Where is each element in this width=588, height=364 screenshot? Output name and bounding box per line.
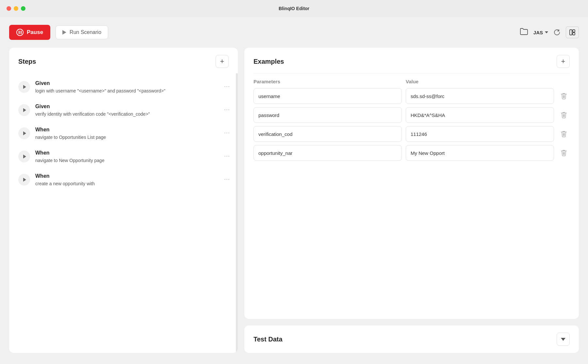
pause-bars-icon — [19, 31, 22, 34]
test-data-expand-button[interactable] — [557, 333, 570, 346]
pause-button[interactable]: Pause — [9, 25, 50, 40]
pause-icon — [16, 29, 24, 36]
toolbar-right: JAS — [520, 26, 579, 38]
examples-content: Parameters Value — [244, 74, 579, 171]
param-input-verification[interactable] — [253, 126, 402, 142]
user-selector[interactable]: JAS — [533, 30, 548, 35]
main-container: Pause Run Scenario JAS — [0, 17, 588, 364]
examples-header-row: Parameters Value — [253, 79, 570, 88]
list-item — [253, 107, 570, 123]
step-menu-button[interactable]: ··· — [223, 151, 231, 161]
step-expand-button[interactable] — [18, 151, 30, 162]
delete-row-button[interactable] — [558, 90, 570, 102]
close-button[interactable] — [7, 6, 11, 11]
step-menu-button[interactable]: ··· — [223, 105, 231, 114]
steps-panel-header: Steps + — [9, 48, 238, 73]
step-description: create a new opportunity with — [35, 180, 218, 187]
step-expand-button[interactable] — [18, 81, 30, 93]
table-row: When create a new opportunity with ··· — [9, 169, 238, 192]
list-item — [253, 145, 570, 161]
parameters-column-header: Parameters — [253, 79, 402, 84]
user-label: JAS — [533, 30, 543, 35]
step-expand-button[interactable] — [18, 104, 30, 116]
delete-row-button[interactable] — [558, 109, 570, 121]
app-title: BlinqIO Editor — [279, 6, 309, 11]
step-menu-button[interactable]: ··· — [223, 128, 231, 138]
toolbar: Pause Run Scenario JAS — [9, 25, 579, 40]
step-description: navigate to Opportunities List page — [35, 134, 218, 141]
run-scenario-button[interactable]: Run Scenario — [56, 25, 108, 39]
examples-panel: Examples + Parameters Value — [244, 48, 579, 319]
add-example-button[interactable]: + — [557, 55, 570, 68]
test-data-title: Test Data — [253, 336, 283, 343]
svg-rect-1 — [573, 30, 575, 32]
run-label: Run Scenario — [70, 29, 101, 35]
title-bar: BlinqIO Editor — [0, 0, 588, 17]
trash-icon — [561, 150, 567, 156]
table-row: Given verify identity with verification … — [9, 99, 238, 122]
steps-list: Given login with username "<username>" a… — [9, 73, 238, 353]
list-item — [253, 126, 570, 142]
chevron-down-icon — [561, 338, 565, 341]
maximize-button[interactable] — [21, 6, 25, 11]
param-input-opportunity[interactable] — [253, 145, 402, 161]
step-keyword: When — [35, 127, 218, 133]
list-item — [253, 88, 570, 104]
step-description: navigate to New Opportunity page — [35, 157, 218, 164]
step-expand-button[interactable] — [18, 127, 30, 139]
test-data-panel: Test Data — [244, 325, 579, 353]
step-expand-button[interactable] — [18, 174, 30, 186]
chevron-right-icon — [23, 178, 26, 182]
traffic-lights — [7, 6, 25, 11]
play-icon — [62, 30, 66, 35]
layout-icon — [569, 29, 576, 36]
step-menu-button[interactable]: ··· — [223, 82, 231, 91]
table-row: When navigate to Opportunities List page… — [9, 122, 238, 145]
layout-toggle-button[interactable] — [566, 26, 579, 38]
trash-icon — [561, 112, 567, 118]
value-input-username[interactable] — [406, 88, 554, 104]
chevron-right-icon — [23, 131, 26, 135]
steps-title: Steps — [18, 58, 36, 65]
examples-panel-header: Examples + — [244, 48, 579, 73]
folder-icon — [520, 28, 528, 37]
trash-icon — [561, 131, 567, 137]
step-description: login with username "<username>" and pas… — [35, 88, 218, 94]
chevron-right-icon — [23, 85, 26, 89]
examples-title: Examples — [253, 58, 284, 65]
right-column: Examples + Parameters Value — [244, 48, 579, 353]
pause-label: Pause — [27, 29, 43, 36]
value-input-opportunity[interactable] — [406, 145, 554, 161]
svg-rect-2 — [573, 33, 575, 35]
value-input-password[interactable] — [406, 107, 554, 123]
add-step-button[interactable]: + — [216, 55, 229, 68]
value-input-verification[interactable] — [406, 126, 554, 142]
step-menu-button[interactable]: ··· — [223, 174, 231, 184]
table-row: Given login with username "<username>" a… — [9, 76, 238, 99]
step-keyword: When — [35, 150, 218, 156]
examples-table: Parameters Value — [253, 79, 570, 161]
steps-panel: Steps + Given login with username "<user… — [9, 48, 238, 353]
step-keyword: Given — [35, 80, 218, 86]
chevron-right-icon — [23, 155, 26, 158]
value-column-header: Value — [406, 79, 554, 84]
param-input-username[interactable] — [253, 88, 402, 104]
param-input-password[interactable] — [253, 107, 402, 123]
refresh-icon — [553, 29, 561, 36]
step-keyword: When — [35, 173, 218, 179]
step-description: verify identity with verification code "… — [35, 111, 218, 118]
trash-icon — [561, 93, 567, 99]
step-keyword: Given — [35, 104, 218, 109]
svg-rect-0 — [570, 30, 572, 35]
user-dropdown-chevron-icon — [545, 31, 548, 33]
table-row: When navigate to New Opportunity page ··… — [9, 145, 238, 169]
minimize-button[interactable] — [14, 6, 18, 11]
delete-row-button[interactable] — [558, 128, 570, 140]
delete-row-button[interactable] — [558, 147, 570, 159]
folder-button[interactable] — [520, 28, 528, 37]
chevron-right-icon — [23, 108, 26, 112]
content-area: Steps + Given login with username "<user… — [9, 48, 579, 353]
refresh-button[interactable] — [553, 29, 561, 36]
